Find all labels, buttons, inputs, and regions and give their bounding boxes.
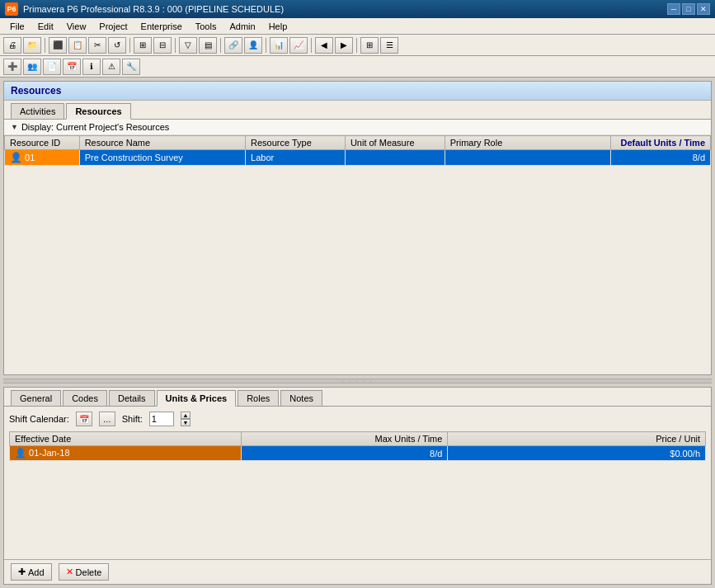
resources-tab-strip: Activities Resources (4, 101, 711, 120)
cut-button[interactable]: ✂ (88, 37, 106, 54)
separator-5 (266, 38, 266, 53)
resource-id-cell: 👤 01 (5, 150, 80, 166)
menu-edit[interactable]: Edit (31, 20, 60, 33)
shift-input[interactable] (149, 412, 174, 426)
resources-panel-header: Resources (4, 82, 711, 101)
copy-button[interactable]: ⬛ (49, 37, 67, 54)
tool-btn[interactable]: 🔧 (122, 59, 140, 75)
link-button[interactable]: 🔗 (224, 37, 242, 54)
tab-roles[interactable]: Roles (238, 390, 279, 406)
resource-type-cell: Labor (246, 150, 346, 166)
shift-label: Shift: (122, 414, 143, 424)
filter-button[interactable]: ▽ (179, 37, 197, 54)
price-date-cell: 👤 01-Jan-18 (10, 446, 242, 461)
splitter-handle: · · · · · (341, 378, 373, 385)
menu-file[interactable]: File (3, 20, 31, 33)
toolbar-2: ➕ 👥 📄 📅 ℹ ⚠ 🔧 (0, 56, 715, 78)
delete-button[interactable]: ✕ Delete (59, 563, 110, 581)
col-default-units[interactable]: Default Units / Time (611, 136, 711, 150)
tab-units-prices[interactable]: Units & Prices (157, 390, 237, 407)
delete-label: Delete (76, 567, 102, 577)
bar-chart-button[interactable]: 📈 (289, 37, 308, 54)
tab-general[interactable]: General (11, 390, 61, 406)
col-resource-name[interactable]: Resource Name (79, 136, 245, 150)
price-table-row[interactable]: 👤 01-Jan-18 8/d $0.00/h (10, 446, 706, 461)
col-primary-role[interactable]: Primary Role (445, 136, 610, 150)
resource-btn2[interactable]: 👤 (244, 37, 262, 54)
tab-notes[interactable]: Notes (280, 390, 322, 406)
alert-button[interactable]: ⚠ (102, 59, 120, 75)
group-button[interactable]: ▤ (199, 37, 217, 54)
col-resource-id[interactable]: Resource ID (5, 136, 80, 150)
info-button[interactable]: ℹ (82, 59, 101, 75)
resource-role-cell (445, 150, 610, 166)
assign-button[interactable]: 👥 (23, 59, 41, 75)
collapse-icon[interactable]: ▼ (11, 123, 18, 131)
details-content: Shift Calendar: 📅 … Shift: ▲ ▼ Effective… (4, 407, 711, 559)
open-button[interactable]: 📁 (23, 37, 41, 54)
price-unit-cell: $0.00/h (448, 446, 706, 461)
paste-button[interactable]: 📋 (68, 37, 87, 54)
back-button[interactable]: ◀ (315, 37, 333, 54)
separator-1 (45, 38, 45, 53)
menu-enterprise[interactable]: Enterprise (134, 20, 189, 33)
tab-activities[interactable]: Activities (11, 103, 64, 119)
resources-panel: Resources Activities Resources ▼ Display… (3, 81, 712, 375)
file-btn[interactable]: 📄 (43, 59, 61, 75)
delete-icon: ✕ (66, 567, 73, 577)
shift-row: Shift Calendar: 📅 … Shift: ▲ ▼ (9, 412, 706, 426)
price-max-units-cell: 8/d (242, 446, 448, 461)
shift-browse-button[interactable]: … (99, 412, 115, 426)
display-filter-row: ▼ Display: Current Project's Resources (4, 120, 711, 135)
separator-7 (356, 38, 357, 53)
col-resource-type[interactable]: Resource Type (246, 136, 346, 150)
list-button[interactable]: ☰ (380, 37, 398, 54)
tab-resources[interactable]: Resources (66, 103, 130, 120)
tab-details[interactable]: Details (109, 390, 155, 406)
app-icon: P6 (5, 2, 18, 16)
add-resource-button[interactable]: ➕ (3, 59, 21, 75)
shift-calendar-button[interactable]: 📅 (76, 412, 92, 426)
title-bar: P6 Primavera P6 Professional R8.3.9 : 00… (0, 0, 715, 18)
menu-admin[interactable]: Admin (223, 20, 261, 33)
display-filter-text: Display: Current Project's Resources (21, 122, 169, 132)
col-max-units[interactable]: Max Units / Time (242, 432, 448, 446)
spin-down-button[interactable]: ▼ (181, 419, 191, 426)
add-icon: ✚ (18, 567, 26, 577)
chart-button[interactable]: 📊 (270, 37, 288, 54)
resource-uom-cell (345, 150, 445, 166)
toolbar-1: 🖨 📁 ⬛ 📋 ✂ ↺ ⊞ ⊟ ▽ ▤ 🔗 👤 📊 📈 ◀ ▶ ⊞ ☰ (0, 35, 715, 56)
details-tab-strip: General Codes Details Units & Prices Rol… (4, 388, 711, 407)
resource-id-value: 01 (25, 153, 35, 162)
main-content: Resources Activities Resources ▼ Display… (0, 78, 715, 588)
close-button[interactable]: ✕ (697, 3, 710, 15)
menu-view[interactable]: View (60, 20, 93, 33)
menu-project[interactable]: Project (92, 20, 134, 33)
forward-button[interactable]: ▶ (335, 37, 353, 54)
title-bar-controls[interactable]: ─ □ ✕ (667, 3, 710, 15)
separator-3 (175, 38, 176, 53)
maximize-button[interactable]: □ (682, 3, 695, 15)
shift-spinner[interactable]: ▲ ▼ (181, 412, 191, 426)
minimize-button[interactable]: ─ (667, 3, 680, 15)
splitter[interactable]: · · · · · (3, 379, 712, 383)
resource-row-icon: 👤 (10, 152, 22, 163)
price-table: Effective Date Max Units / Time Price / … (9, 431, 706, 461)
print-button[interactable]: 🖨 (3, 37, 21, 54)
col-price-unit[interactable]: Price / Unit (448, 432, 706, 446)
layout-button[interactable]: ⊞ (134, 37, 152, 54)
details-panel: General Codes Details Units & Prices Rol… (3, 387, 712, 585)
col-effective-date[interactable]: Effective Date (10, 432, 242, 446)
tab-codes[interactable]: Codes (63, 390, 107, 406)
spin-up-button[interactable]: ▲ (181, 412, 191, 419)
calendar-btn[interactable]: 📅 (63, 59, 81, 75)
grid-button[interactable]: ⊞ (360, 37, 379, 54)
col-unit-of-measure[interactable]: Unit of Measure (345, 136, 445, 150)
resource-table-container: Resource ID Resource Name Resource Type … (4, 135, 711, 374)
menu-tools[interactable]: Tools (189, 20, 223, 33)
undo-button[interactable]: ↺ (108, 37, 126, 54)
add-button[interactable]: ✚ Add (11, 563, 52, 581)
columns-button[interactable]: ⊟ (153, 37, 172, 54)
table-row[interactable]: 👤 01 Pre Construction Survey Labor 8/d (5, 150, 711, 166)
menu-help[interactable]: Help (262, 20, 294, 33)
